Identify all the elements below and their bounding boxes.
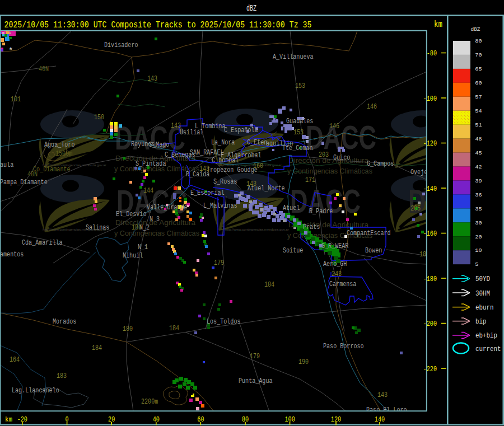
svg-text:144: 144 xyxy=(143,186,153,195)
svg-text:143: 143 xyxy=(377,391,388,399)
svg-text:Tte_Coman: Tte_Coman xyxy=(282,144,312,152)
svg-text:y Contingencias Climáticas: y Contingencias Climáticas xyxy=(287,167,372,175)
svg-text:http://www.contingencias.mendo: http://www.contingencias.mendoza.gov.ar xyxy=(225,227,289,231)
svg-text:-120: -120 xyxy=(423,139,437,148)
svg-text:eburn: eburn xyxy=(475,304,494,312)
svg-text:Co_Diamante: Co_Diamante xyxy=(33,165,71,174)
svg-text:S_Pintada: S_Pintada xyxy=(136,160,166,168)
svg-text:eb+bip: eb+bip xyxy=(475,332,497,340)
svg-text:48: 48 xyxy=(475,136,482,142)
svg-text:171: 171 xyxy=(305,176,315,184)
svg-text:Morados: Morados xyxy=(53,317,76,326)
svg-text:N_1: N_1 xyxy=(138,243,148,251)
svg-text:Divisadero: Divisadero xyxy=(104,41,138,49)
svg-text:km: km xyxy=(5,415,12,424)
svg-text:183: 183 xyxy=(57,372,67,380)
svg-text:Los_Toldos: Los_Toldos xyxy=(207,317,241,326)
svg-text:-80: -80 xyxy=(427,49,437,58)
svg-text:143: 143 xyxy=(147,74,157,83)
svg-text:57: 57 xyxy=(475,94,482,100)
svg-text:Atuel: Atuel xyxy=(283,204,300,212)
svg-text:current: current xyxy=(475,345,501,353)
svg-text:La_Nora: La_Nora xyxy=(211,138,235,147)
svg-text:Lag.Llancanelo: Lag.Llancanelo xyxy=(12,386,59,395)
svg-text:*: * xyxy=(8,46,13,55)
svg-text:Prats: Prats xyxy=(303,223,320,231)
svg-text:179: 179 xyxy=(214,259,224,267)
svg-text:km: km xyxy=(434,19,442,30)
svg-text:143: 143 xyxy=(246,180,256,188)
svg-text:Soitue: Soitue xyxy=(283,246,303,255)
svg-text:Guico: Guico xyxy=(333,153,350,162)
svg-text:Salinas: Salinas xyxy=(86,223,109,232)
svg-text:143: 143 xyxy=(199,165,209,173)
svg-text:153: 153 xyxy=(293,128,304,137)
svg-text:80: 80 xyxy=(475,38,482,44)
svg-text:A_Villanueva: A_Villanueva xyxy=(273,53,314,61)
svg-text:160: 160 xyxy=(253,162,263,170)
svg-text:G_Campos: G_Campos xyxy=(367,160,394,168)
svg-text:50YD: 50YD xyxy=(475,275,490,283)
svg-text:164: 164 xyxy=(10,355,20,364)
svg-text:-180: -180 xyxy=(423,275,437,283)
svg-text:54: 54 xyxy=(475,108,482,114)
svg-text:205: 205 xyxy=(410,204,421,213)
svg-text:146: 146 xyxy=(329,122,339,130)
svg-text:146: 146 xyxy=(367,102,377,111)
svg-text:Punta_Agua: Punta_Agua xyxy=(239,377,273,385)
svg-text:G_R_WEAR: G_R_WEAR xyxy=(321,242,349,250)
svg-text:bip: bip xyxy=(475,318,487,326)
svg-text:184: 184 xyxy=(264,280,274,289)
svg-text:190: 190 xyxy=(298,358,309,366)
svg-text:Cda_Amarilla: Cda_Amarilla xyxy=(22,238,63,247)
svg-text:70: 70 xyxy=(475,52,482,58)
svg-text:C_bombal: C_bombal xyxy=(212,156,239,165)
svg-text:Aero_GH: Aero_GH xyxy=(323,260,347,268)
svg-text:Bowen: Bowen xyxy=(365,246,382,255)
svg-text:5: 5 xyxy=(475,261,478,268)
svg-text:51: 51 xyxy=(475,122,482,128)
svg-text:S_Rosas: S_Rosas xyxy=(213,177,237,186)
svg-text:E_Escorial: E_Escorial xyxy=(190,189,225,197)
svg-text:El_Desvio: El_Desvio xyxy=(116,210,146,218)
svg-text:amentos: amentos xyxy=(0,250,24,259)
svg-text:R_Padre: R_Padre xyxy=(309,207,333,216)
svg-text:30: 30 xyxy=(475,220,482,226)
svg-text:L_Tombina: L_Tombina xyxy=(195,122,226,130)
svg-text:1500m: 1500m xyxy=(55,149,72,158)
svg-text:10: 10 xyxy=(475,247,482,254)
svg-text:Paso_Borroso: Paso_Borroso xyxy=(323,342,364,350)
svg-text:180: 180 xyxy=(123,325,133,333)
svg-text:30HM: 30HM xyxy=(475,290,490,298)
svg-text:-200: -200 xyxy=(423,320,437,328)
svg-text:184: 184 xyxy=(92,344,102,352)
svg-text:Nihuil: Nihuil xyxy=(123,251,143,260)
svg-text:35: 35 xyxy=(475,206,482,212)
svg-text:C_Eten: C_Eten xyxy=(247,138,267,147)
svg-text:2200m: 2200m xyxy=(141,397,158,406)
svg-text:-220: -220 xyxy=(423,365,437,373)
svg-text:42: 42 xyxy=(475,164,482,170)
svg-text:C_Española: C_Española xyxy=(224,126,258,134)
svg-text:180: 180 xyxy=(132,223,142,232)
svg-text:Guadales: Guadales xyxy=(286,117,313,125)
svg-text:101: 101 xyxy=(11,95,21,104)
svg-text:L_Malvinas: L_Malvinas xyxy=(203,202,237,210)
svg-text:Carmensa: Carmensa xyxy=(329,280,357,288)
svg-text:-160: -160 xyxy=(423,230,437,238)
svg-text:Oveje: Oveje xyxy=(410,168,427,176)
svg-text:Valle_Grande: Valle_Grande xyxy=(147,203,188,212)
svg-text:60: 60 xyxy=(475,80,482,86)
svg-text:20: 20 xyxy=(475,234,482,240)
svg-text:179: 179 xyxy=(250,352,260,361)
svg-text:aula: aula xyxy=(0,161,13,169)
svg-text:y Contingencias Climáticas: y Contingencias Climáticas xyxy=(114,229,199,237)
svg-text:Tropezon Goudge: Tropezon Goudge xyxy=(207,166,258,174)
svg-text:184: 184 xyxy=(169,324,179,333)
svg-text:39: 39 xyxy=(475,178,482,184)
svg-text:-140: -140 xyxy=(423,185,437,193)
svg-text:150: 150 xyxy=(94,113,104,121)
svg-text:N_3: N_3 xyxy=(150,215,160,223)
svg-text:S_Mago: S_Mago xyxy=(149,141,169,149)
svg-text:Pampa_Diamante: Pampa_Diamante xyxy=(0,178,48,186)
